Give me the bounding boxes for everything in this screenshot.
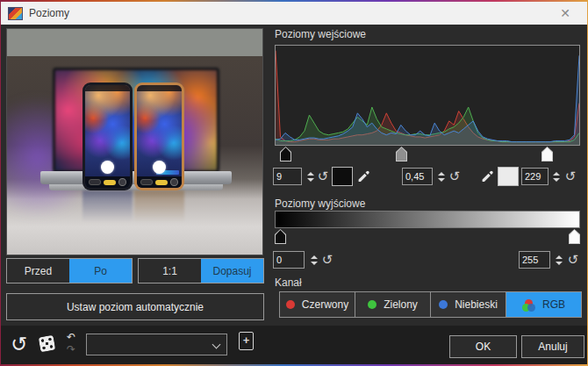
photo-camera-active-mode-pill [155,180,168,185]
highlight-eyedropper-icon[interactable] [481,167,496,184]
close-icon[interactable]: ✕ [550,3,580,24]
levels-app-icon [8,7,23,20]
output-highlight-slider[interactable] [569,229,580,244]
window-title: Poziomy [29,7,69,19]
photo-phone-left-shutter [101,161,114,174]
input-highlight-reset-icon[interactable]: ↺ [563,167,577,186]
reset-all-icon[interactable]: ↺ [9,332,30,356]
channel-red-label: Czerwony [302,298,348,311]
photo-phone-left [82,83,133,190]
photo-phone-left-statusbar [85,85,130,91]
randomize-dice-icon[interactable] [39,335,56,353]
one-to-one-button[interactable]: 1:1 [139,259,201,283]
input-shadow-value[interactable] [273,168,302,185]
photo-phone-left-reflection [82,190,133,230]
input-midtone-reset-icon[interactable]: ↺ [448,167,462,186]
input-highlight-slider[interactable] [541,147,553,161]
channel-rgb-button[interactable]: RGB [506,292,581,317]
output-highlight-value[interactable] [519,251,550,269]
after-button[interactable]: Po [69,259,132,283]
output-highlight-reset-icon[interactable]: ↺ [566,250,580,269]
photo-camera-flip-button [170,178,178,186]
fit-button[interactable]: Dopasuj [201,259,263,283]
input-highlight-spinner[interactable] [551,167,561,186]
before-after-toggle: Przed Po [6,258,133,283]
channel-green-button[interactable]: Zielony [355,292,431,317]
red-channel-icon [286,300,295,309]
preset-dropdown[interactable] [86,334,227,355]
photo-camera-flip-button [118,178,126,186]
blue-channel-icon [439,300,448,309]
ok-button[interactable]: OK [449,335,517,358]
channel-green-label: Zielony [384,298,418,311]
undo-redo-group: ↶ ↷ [63,331,79,359]
preview-image[interactable] [7,56,262,255]
channel-blue-button[interactable]: Niebieski [431,292,506,317]
output-shadow-reset-icon[interactable]: ↺ [320,250,334,269]
photo-phone-left-camera-bar [85,176,130,188]
output-levels-gradient [275,211,580,228]
dialog-body: Przed Po 1:1 Dopasuj Ustaw poziom automa… [1,25,587,364]
photo-camera-mode-pill [89,179,101,185]
cancel-button[interactable]: Anuluj [521,335,584,358]
command-bar: ↺ ↶ ↷ + OK Anuluj [1,326,587,364]
output-levels-label: Poziomy wyjściowe [275,197,365,210]
input-shadow-spinner[interactable] [305,167,315,186]
before-button[interactable]: Przed [7,259,69,283]
input-highlight-value[interactable] [521,168,549,185]
zoom-toggle: 1:1 Dopasuj [138,258,264,283]
photo-phone-right-reflection [134,190,184,230]
green-channel-icon [368,300,376,309]
photo-phone-right-shutter [153,161,166,174]
desktop-background: Poziomy ✕ [0,0,588,366]
output-highlight-spinner[interactable] [554,250,563,269]
input-midtone-value[interactable] [402,168,433,185]
channel-red-button[interactable]: Czerwony [280,292,355,317]
output-shadow-slider[interactable] [275,229,286,244]
rgb-channel-icon [522,299,535,311]
chevron-down-icon [212,341,221,349]
titlebar[interactable]: Poziomy ✕ [1,2,587,25]
photo-camera-mode-pill [140,179,153,185]
channel-blue-label: Niebieski [455,298,498,311]
shadow-eyedropper-icon[interactable] [357,167,372,184]
input-shadow-reset-icon[interactable]: ↺ [316,167,330,186]
add-preset-icon[interactable]: + [239,332,254,350]
input-shadow-slider[interactable] [280,147,291,161]
levels-dialog: Poziomy ✕ [1,2,587,364]
input-levels-label: Poziomy wejściowe [275,28,366,40]
auto-levels-button[interactable]: Ustaw poziom automatycznie [6,293,264,320]
channel-rgb-label: RGB [542,298,565,311]
photo-phone-right-statusbar [137,85,182,91]
photo-camera-active-mode-pill [104,180,116,185]
shadow-color-swatch[interactable] [332,167,353,186]
photo-phone-right-screen [137,85,182,188]
input-levels-histogram [275,45,580,146]
photo-phone-right-camera-bar [137,176,182,188]
histogram-svg [276,46,579,145]
highlight-color-swatch[interactable] [498,167,519,186]
input-midtone-slider[interactable] [396,147,407,161]
redo-icon[interactable]: ↷ [63,343,79,355]
undo-icon[interactable]: ↶ [63,331,79,343]
channel-selector: Czerwony Zielony Niebieski RGB [279,291,582,318]
preview-panel[interactable] [6,28,263,255]
photo-phone-left-screen [85,85,130,188]
channel-label: Kanał [275,276,302,289]
output-shadow-value[interactable] [273,251,305,269]
output-shadow-spinner[interactable] [309,250,319,269]
photo-phone-right [134,83,184,190]
input-midtone-spinner[interactable] [436,167,446,186]
